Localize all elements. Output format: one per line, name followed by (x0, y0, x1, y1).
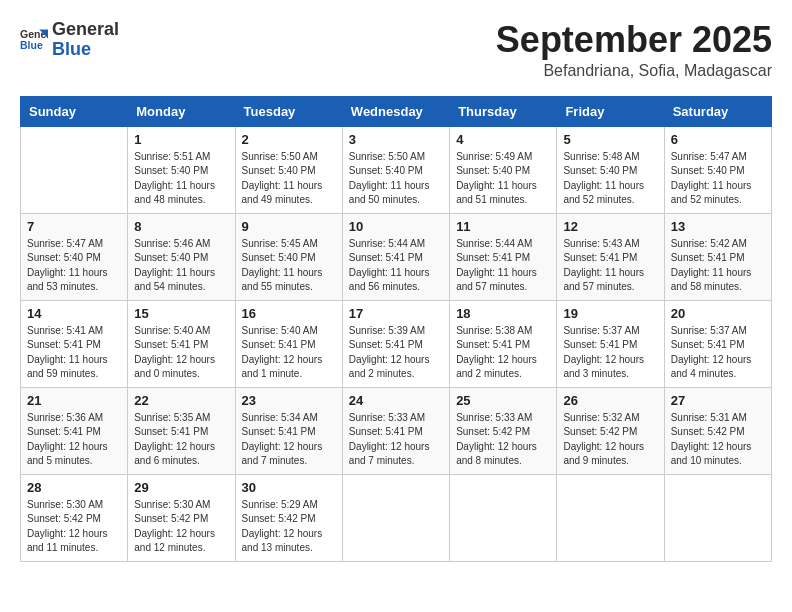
day-number: 21 (27, 393, 121, 408)
header-thursday: Thursday (450, 96, 557, 126)
day-number: 13 (671, 219, 765, 234)
day-number: 1 (134, 132, 228, 147)
calendar-cell (450, 474, 557, 561)
calendar-cell: 29Sunrise: 5:30 AM Sunset: 5:42 PM Dayli… (128, 474, 235, 561)
svg-text:Blue: Blue (20, 39, 43, 51)
header-monday: Monday (128, 96, 235, 126)
calendar-cell: 1Sunrise: 5:51 AM Sunset: 5:40 PM Daylig… (128, 126, 235, 213)
header-sunday: Sunday (21, 96, 128, 126)
logo: General Blue General Blue (20, 20, 119, 60)
week-row-1: 1Sunrise: 5:51 AM Sunset: 5:40 PM Daylig… (21, 126, 772, 213)
calendar-cell: 3Sunrise: 5:50 AM Sunset: 5:40 PM Daylig… (342, 126, 449, 213)
calendar-cell: 5Sunrise: 5:48 AM Sunset: 5:40 PM Daylig… (557, 126, 664, 213)
day-info: Sunrise: 5:30 AM Sunset: 5:42 PM Dayligh… (27, 498, 121, 556)
calendar-cell: 28Sunrise: 5:30 AM Sunset: 5:42 PM Dayli… (21, 474, 128, 561)
day-number: 22 (134, 393, 228, 408)
day-info: Sunrise: 5:44 AM Sunset: 5:41 PM Dayligh… (456, 237, 550, 295)
calendar-cell: 20Sunrise: 5:37 AM Sunset: 5:41 PM Dayli… (664, 300, 771, 387)
header-wednesday: Wednesday (342, 96, 449, 126)
calendar-cell (21, 126, 128, 213)
day-number: 28 (27, 480, 121, 495)
calendar-cell: 23Sunrise: 5:34 AM Sunset: 5:41 PM Dayli… (235, 387, 342, 474)
calendar-cell: 8Sunrise: 5:46 AM Sunset: 5:40 PM Daylig… (128, 213, 235, 300)
calendar-cell: 2Sunrise: 5:50 AM Sunset: 5:40 PM Daylig… (235, 126, 342, 213)
calendar-cell: 18Sunrise: 5:38 AM Sunset: 5:41 PM Dayli… (450, 300, 557, 387)
calendar-cell: 22Sunrise: 5:35 AM Sunset: 5:41 PM Dayli… (128, 387, 235, 474)
header-saturday: Saturday (664, 96, 771, 126)
day-info: Sunrise: 5:29 AM Sunset: 5:42 PM Dayligh… (242, 498, 336, 556)
day-number: 6 (671, 132, 765, 147)
calendar-cell: 15Sunrise: 5:40 AM Sunset: 5:41 PM Dayli… (128, 300, 235, 387)
day-info: Sunrise: 5:38 AM Sunset: 5:41 PM Dayligh… (456, 324, 550, 382)
header-friday: Friday (557, 96, 664, 126)
day-number: 24 (349, 393, 443, 408)
day-info: Sunrise: 5:39 AM Sunset: 5:41 PM Dayligh… (349, 324, 443, 382)
calendar-cell: 17Sunrise: 5:39 AM Sunset: 5:41 PM Dayli… (342, 300, 449, 387)
header-row: SundayMondayTuesdayWednesdayThursdayFrid… (21, 96, 772, 126)
week-row-2: 7Sunrise: 5:47 AM Sunset: 5:40 PM Daylig… (21, 213, 772, 300)
calendar-cell: 4Sunrise: 5:49 AM Sunset: 5:40 PM Daylig… (450, 126, 557, 213)
day-info: Sunrise: 5:43 AM Sunset: 5:41 PM Dayligh… (563, 237, 657, 295)
day-number: 27 (671, 393, 765, 408)
day-info: Sunrise: 5:47 AM Sunset: 5:40 PM Dayligh… (671, 150, 765, 208)
day-info: Sunrise: 5:49 AM Sunset: 5:40 PM Dayligh… (456, 150, 550, 208)
day-info: Sunrise: 5:32 AM Sunset: 5:42 PM Dayligh… (563, 411, 657, 469)
calendar-table: SundayMondayTuesdayWednesdayThursdayFrid… (20, 96, 772, 562)
calendar-cell: 24Sunrise: 5:33 AM Sunset: 5:41 PM Dayli… (342, 387, 449, 474)
calendar-cell: 27Sunrise: 5:31 AM Sunset: 5:42 PM Dayli… (664, 387, 771, 474)
day-info: Sunrise: 5:47 AM Sunset: 5:40 PM Dayligh… (27, 237, 121, 295)
day-info: Sunrise: 5:33 AM Sunset: 5:41 PM Dayligh… (349, 411, 443, 469)
day-number: 18 (456, 306, 550, 321)
day-info: Sunrise: 5:45 AM Sunset: 5:40 PM Dayligh… (242, 237, 336, 295)
logo-general: General (52, 20, 119, 40)
day-number: 5 (563, 132, 657, 147)
month-title: September 2025 (496, 20, 772, 60)
day-info: Sunrise: 5:50 AM Sunset: 5:40 PM Dayligh… (242, 150, 336, 208)
calendar-cell: 21Sunrise: 5:36 AM Sunset: 5:41 PM Dayli… (21, 387, 128, 474)
day-info: Sunrise: 5:44 AM Sunset: 5:41 PM Dayligh… (349, 237, 443, 295)
day-info: Sunrise: 5:34 AM Sunset: 5:41 PM Dayligh… (242, 411, 336, 469)
calendar-cell: 19Sunrise: 5:37 AM Sunset: 5:41 PM Dayli… (557, 300, 664, 387)
day-info: Sunrise: 5:41 AM Sunset: 5:41 PM Dayligh… (27, 324, 121, 382)
day-number: 20 (671, 306, 765, 321)
day-number: 15 (134, 306, 228, 321)
day-number: 7 (27, 219, 121, 234)
day-number: 26 (563, 393, 657, 408)
page-header: General Blue General Blue September 2025… (20, 20, 772, 80)
day-info: Sunrise: 5:33 AM Sunset: 5:42 PM Dayligh… (456, 411, 550, 469)
day-info: Sunrise: 5:37 AM Sunset: 5:41 PM Dayligh… (671, 324, 765, 382)
calendar-cell: 14Sunrise: 5:41 AM Sunset: 5:41 PM Dayli… (21, 300, 128, 387)
day-info: Sunrise: 5:30 AM Sunset: 5:42 PM Dayligh… (134, 498, 228, 556)
title-section: September 2025 Befandriana, Sofia, Madag… (496, 20, 772, 80)
day-info: Sunrise: 5:31 AM Sunset: 5:42 PM Dayligh… (671, 411, 765, 469)
calendar-cell: 11Sunrise: 5:44 AM Sunset: 5:41 PM Dayli… (450, 213, 557, 300)
day-number: 16 (242, 306, 336, 321)
day-info: Sunrise: 5:40 AM Sunset: 5:41 PM Dayligh… (134, 324, 228, 382)
week-row-4: 21Sunrise: 5:36 AM Sunset: 5:41 PM Dayli… (21, 387, 772, 474)
day-number: 11 (456, 219, 550, 234)
day-number: 25 (456, 393, 550, 408)
day-info: Sunrise: 5:42 AM Sunset: 5:41 PM Dayligh… (671, 237, 765, 295)
day-info: Sunrise: 5:37 AM Sunset: 5:41 PM Dayligh… (563, 324, 657, 382)
calendar-cell: 10Sunrise: 5:44 AM Sunset: 5:41 PM Dayli… (342, 213, 449, 300)
day-info: Sunrise: 5:50 AM Sunset: 5:40 PM Dayligh… (349, 150, 443, 208)
day-info: Sunrise: 5:46 AM Sunset: 5:40 PM Dayligh… (134, 237, 228, 295)
day-number: 12 (563, 219, 657, 234)
day-number: 19 (563, 306, 657, 321)
day-number: 2 (242, 132, 336, 147)
day-number: 10 (349, 219, 443, 234)
day-number: 30 (242, 480, 336, 495)
day-info: Sunrise: 5:48 AM Sunset: 5:40 PM Dayligh… (563, 150, 657, 208)
header-tuesday: Tuesday (235, 96, 342, 126)
location-subtitle: Befandriana, Sofia, Madagascar (496, 62, 772, 80)
calendar-cell: 9Sunrise: 5:45 AM Sunset: 5:40 PM Daylig… (235, 213, 342, 300)
calendar-cell (664, 474, 771, 561)
day-number: 14 (27, 306, 121, 321)
calendar-cell: 13Sunrise: 5:42 AM Sunset: 5:41 PM Dayli… (664, 213, 771, 300)
week-row-5: 28Sunrise: 5:30 AM Sunset: 5:42 PM Dayli… (21, 474, 772, 561)
day-number: 3 (349, 132, 443, 147)
calendar-cell (342, 474, 449, 561)
day-number: 8 (134, 219, 228, 234)
day-number: 29 (134, 480, 228, 495)
calendar-cell: 25Sunrise: 5:33 AM Sunset: 5:42 PM Dayli… (450, 387, 557, 474)
